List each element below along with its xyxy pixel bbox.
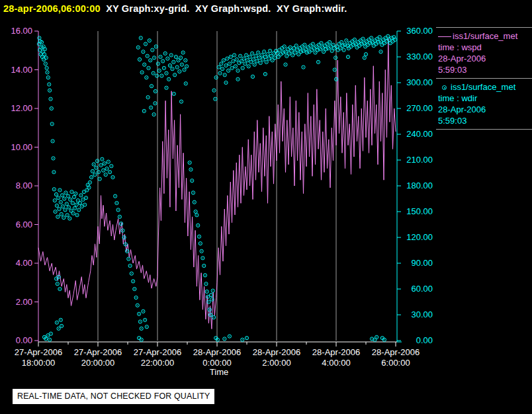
wdir-point-dot [58,328,59,329]
legend-separator [436,78,532,79]
wdir-point-dot [40,54,41,54]
wdir-point-dot [281,48,282,48]
wdir-point-dot [386,41,387,42]
wdir-point-dot [388,36,388,36]
wdir-point-dot [45,63,46,64]
wdir-point-dot [118,210,118,210]
wdir-point-dot [210,294,211,295]
wdir-point-dot [321,43,322,44]
wdir-point-dot [263,59,263,60]
wdir-point-dot [377,337,377,337]
wdir-point-dot [96,167,97,168]
wdir-point-dot [366,41,367,42]
wdir-point-dot [74,208,75,208]
wdir-point-dot [251,53,252,54]
wdir-point-dot [93,164,94,165]
wdir-point-dot [195,211,196,212]
wdir-point-dot [348,48,349,48]
wdir-point-dot [267,54,268,54]
wdir-point-dot [318,44,319,45]
wdir-point-dot [334,48,335,48]
wdir-point-dot [343,50,344,50]
wdir-point-dot [347,45,347,46]
wdir-point-dot [46,339,46,339]
wdir-point-dot [119,216,120,217]
wdir-point-dot [291,50,292,51]
wdir-point-dot [254,64,255,65]
wdir-point-dot [66,192,66,193]
right-axis-tick-label: 360.00 [406,26,433,36]
wdir-point-dot [279,50,280,50]
wdir-point-dot [234,55,234,56]
wdir-point-dot [391,38,392,38]
wdir-point-dot [232,67,232,68]
wdir-point-dot [244,58,244,59]
wdir-point-dot [340,48,341,48]
legend-entry-wspd: iss1/surface_met time : wspd 28-Apr-2006… [436,30,532,76]
wdir-point-dot [259,58,259,58]
wdir-point-dot [372,42,373,42]
wdir-point-dot [239,62,240,63]
wdir-point-dot [235,66,236,67]
wdir-point-dot [371,38,371,38]
wdir-point-dot [380,41,381,42]
x-axis-date-label: 27-Apr-2006 [15,347,62,357]
wdir-point-dot [151,86,152,87]
wdir-point-dot [144,64,145,65]
wdir-point-dot [43,46,44,47]
wdir-point-dot [299,48,300,48]
wdir-point-dot [116,202,117,203]
wdir-point-dot [65,210,66,210]
legend-variable-label: time : wdir [438,93,532,104]
wdir-point-dot [75,193,76,194]
wdir-point-dot [134,288,135,289]
wdir-point-dot [122,230,123,231]
legend-entry-wdir: iss1/surface_met time : wdir 28-Apr-2006… [436,81,532,127]
wdir-point-dot [213,317,214,317]
wdir-point-dot [238,70,238,71]
wdir-point-dot [143,311,144,311]
wdir-point-dot [140,38,141,38]
wdir-point-dot [172,69,173,69]
wdir-point-dot [303,67,304,67]
wdir-point-dot [303,50,304,51]
wdir-point-dot [108,161,109,162]
wdir-point-dot [168,79,169,79]
wdir-point-dot [314,48,314,48]
wdir-point-dot [44,54,44,54]
wdir-point-dot [97,161,97,161]
wdir-point-dot [228,70,228,71]
wdir-point-dot [296,45,296,46]
wdir-point-dot [257,61,257,62]
wdir-point-dot [227,58,228,59]
wdir-point-dot [328,48,329,48]
wdir-point-dot [297,50,298,50]
wdir-point-dot [292,55,293,56]
wdir-point-dot [85,204,85,205]
wdir-point-dot [43,59,44,60]
wdir-point-dot [337,50,338,50]
wdir-point-dot [191,169,191,170]
wdir-point-dot [147,56,148,56]
wdir-point-dot [347,56,348,57]
wdir-point-dot [373,45,374,46]
left-axis-tick-label: 14.00 [11,65,32,75]
legend-time-label: 5:59:03 [438,64,532,75]
wdir-point-dot [200,243,200,243]
wdir-point-dot [184,69,185,70]
legend-variable-label: time : wspd [438,42,532,53]
x-axis-time-label: 0:00:00 [202,358,231,368]
wdir-point-dot [58,216,58,217]
wdir-point-dot [77,200,78,200]
wdir-circle-marker-icon [442,85,447,90]
wdir-point-dot [249,56,250,57]
wdir-point-dot [390,43,390,44]
x-axis-time-label: 20:00:00 [81,358,115,368]
legend-date-label: 28-Apr-2006 [438,104,532,115]
wdir-point-dot [79,202,80,203]
wdir-point-dot [361,44,362,44]
wdir-point-dot [204,265,204,266]
wdir-point-dot [165,53,165,54]
wdir-point-dot [221,63,222,64]
wdir-point-dot [335,58,335,58]
